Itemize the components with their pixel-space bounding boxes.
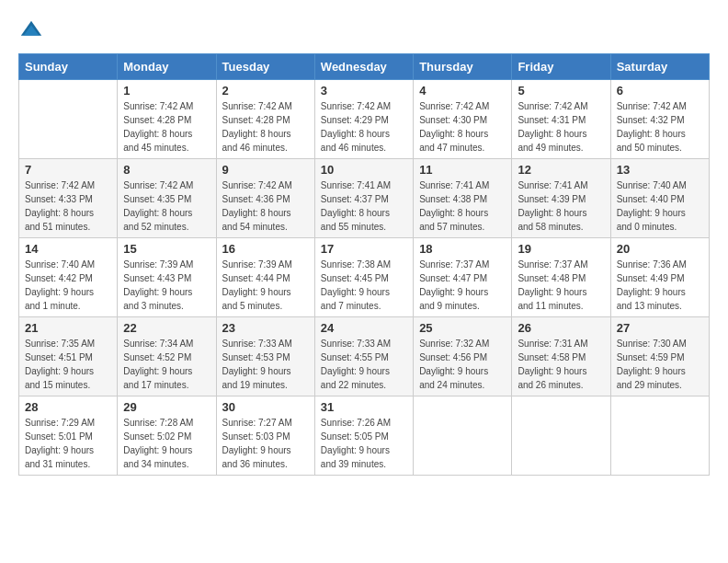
calendar-cell: 9Sunrise: 7:42 AMSunset: 4:36 PMDaylight… xyxy=(216,159,314,238)
day-number: 8 xyxy=(123,163,210,177)
day-info: Sunrise: 7:41 AMSunset: 4:38 PMDaylight:… xyxy=(419,178,506,234)
day-info: Sunrise: 7:42 AMSunset: 4:32 PMDaylight:… xyxy=(617,99,703,155)
day-info: Sunrise: 7:42 AMSunset: 4:33 PMDaylight:… xyxy=(25,178,111,234)
day-info: Sunrise: 7:40 AMSunset: 4:40 PMDaylight:… xyxy=(617,178,703,234)
day-info: Sunrise: 7:33 AMSunset: 4:53 PMDaylight:… xyxy=(222,337,309,392)
day-number: 11 xyxy=(419,163,506,177)
day-info: Sunrise: 7:35 AMSunset: 4:51 PMDaylight:… xyxy=(25,337,111,392)
calendar-cell: 18Sunrise: 7:37 AMSunset: 4:47 PMDayligh… xyxy=(414,238,512,317)
day-info: Sunrise: 7:42 AMSunset: 4:29 PMDaylight:… xyxy=(321,99,407,155)
calendar-cell: 6Sunrise: 7:42 AMSunset: 4:32 PMDaylight… xyxy=(610,80,709,159)
weekday-header-saturday: Saturday xyxy=(610,54,709,80)
day-info: Sunrise: 7:39 AMSunset: 4:44 PMDaylight:… xyxy=(222,258,309,313)
calendar-cell: 26Sunrise: 7:31 AMSunset: 4:58 PMDayligh… xyxy=(512,317,610,396)
calendar-cell: 13Sunrise: 7:40 AMSunset: 4:40 PMDayligh… xyxy=(610,159,709,238)
logo-icon xyxy=(18,18,44,44)
calendar-cell: 25Sunrise: 7:32 AMSunset: 4:56 PMDayligh… xyxy=(414,317,512,396)
calendar-cell: 12Sunrise: 7:41 AMSunset: 4:39 PMDayligh… xyxy=(512,159,610,238)
calendar-cell: 5Sunrise: 7:42 AMSunset: 4:31 PMDaylight… xyxy=(512,80,610,159)
day-number: 20 xyxy=(617,242,703,256)
day-info: Sunrise: 7:27 AMSunset: 5:03 PMDaylight:… xyxy=(222,416,309,471)
day-number: 30 xyxy=(222,400,309,414)
weekday-header-row: SundayMondayTuesdayWednesdayThursdayFrid… xyxy=(19,54,710,80)
day-info: Sunrise: 7:42 AMSunset: 4:28 PMDaylight:… xyxy=(222,99,309,155)
calendar-cell: 1Sunrise: 7:42 AMSunset: 4:28 PMDaylight… xyxy=(118,80,216,159)
calendar-week-row: 21Sunrise: 7:35 AMSunset: 4:51 PMDayligh… xyxy=(19,317,710,396)
day-info: Sunrise: 7:33 AMSunset: 4:55 PMDaylight:… xyxy=(321,337,407,392)
weekday-header-wednesday: Wednesday xyxy=(314,54,413,80)
calendar-cell xyxy=(414,396,512,476)
day-info: Sunrise: 7:42 AMSunset: 4:31 PMDaylight:… xyxy=(518,99,604,155)
day-number: 17 xyxy=(321,242,407,256)
calendar-cell: 21Sunrise: 7:35 AMSunset: 4:51 PMDayligh… xyxy=(19,317,118,396)
calendar-cell: 16Sunrise: 7:39 AMSunset: 4:44 PMDayligh… xyxy=(216,238,314,317)
calendar-cell: 4Sunrise: 7:42 AMSunset: 4:30 PMDaylight… xyxy=(414,80,512,159)
day-number: 4 xyxy=(419,84,506,98)
day-number: 27 xyxy=(617,321,703,335)
day-info: Sunrise: 7:30 AMSunset: 4:59 PMDaylight:… xyxy=(617,337,703,392)
day-info: Sunrise: 7:42 AMSunset: 4:35 PMDaylight:… xyxy=(123,178,210,234)
calendar-cell: 30Sunrise: 7:27 AMSunset: 5:03 PMDayligh… xyxy=(216,396,314,476)
day-number: 22 xyxy=(123,321,210,335)
calendar-week-row: 1Sunrise: 7:42 AMSunset: 4:28 PMDaylight… xyxy=(19,80,710,159)
day-info: Sunrise: 7:41 AMSunset: 4:37 PMDaylight:… xyxy=(321,178,407,234)
day-number: 23 xyxy=(222,321,309,335)
day-info: Sunrise: 7:41 AMSunset: 4:39 PMDaylight:… xyxy=(518,178,604,234)
day-info: Sunrise: 7:29 AMSunset: 5:01 PMDaylight:… xyxy=(25,416,111,471)
day-info: Sunrise: 7:37 AMSunset: 4:47 PMDaylight:… xyxy=(419,258,506,313)
weekday-header-monday: Monday xyxy=(118,54,216,80)
day-number: 28 xyxy=(25,400,111,414)
day-info: Sunrise: 7:28 AMSunset: 5:02 PMDaylight:… xyxy=(123,416,210,471)
page-header xyxy=(18,18,710,44)
day-info: Sunrise: 7:34 AMSunset: 4:52 PMDaylight:… xyxy=(123,337,210,392)
calendar-cell: 15Sunrise: 7:39 AMSunset: 4:43 PMDayligh… xyxy=(118,238,216,317)
day-number: 12 xyxy=(518,163,604,177)
day-info: Sunrise: 7:38 AMSunset: 4:45 PMDaylight:… xyxy=(321,258,407,313)
day-number: 14 xyxy=(25,242,111,256)
calendar-week-row: 14Sunrise: 7:40 AMSunset: 4:42 PMDayligh… xyxy=(19,238,710,317)
calendar-cell: 29Sunrise: 7:28 AMSunset: 5:02 PMDayligh… xyxy=(118,396,216,476)
day-number: 3 xyxy=(321,84,407,98)
calendar-cell xyxy=(610,396,709,476)
day-number: 25 xyxy=(419,321,506,335)
calendar-cell: 24Sunrise: 7:33 AMSunset: 4:55 PMDayligh… xyxy=(314,317,413,396)
day-number: 9 xyxy=(222,163,309,177)
calendar-cell: 10Sunrise: 7:41 AMSunset: 4:37 PMDayligh… xyxy=(314,159,413,238)
calendar-cell: 27Sunrise: 7:30 AMSunset: 4:59 PMDayligh… xyxy=(610,317,709,396)
calendar-cell: 31Sunrise: 7:26 AMSunset: 5:05 PMDayligh… xyxy=(314,396,413,476)
day-info: Sunrise: 7:42 AMSunset: 4:28 PMDaylight:… xyxy=(123,99,210,155)
day-number: 19 xyxy=(518,242,604,256)
day-number: 29 xyxy=(123,400,210,414)
day-number: 15 xyxy=(123,242,210,256)
calendar-cell: 14Sunrise: 7:40 AMSunset: 4:42 PMDayligh… xyxy=(19,238,118,317)
day-info: Sunrise: 7:42 AMSunset: 4:30 PMDaylight:… xyxy=(419,99,506,155)
weekday-header-thursday: Thursday xyxy=(414,54,512,80)
day-number: 6 xyxy=(617,84,703,98)
day-number: 16 xyxy=(222,242,309,256)
calendar-cell xyxy=(19,80,118,159)
day-info: Sunrise: 7:39 AMSunset: 4:43 PMDaylight:… xyxy=(123,258,210,313)
day-number: 26 xyxy=(518,321,604,335)
weekday-header-friday: Friday xyxy=(512,54,610,80)
calendar-cell: 19Sunrise: 7:37 AMSunset: 4:48 PMDayligh… xyxy=(512,238,610,317)
calendar-table: SundayMondayTuesdayWednesdayThursdayFrid… xyxy=(18,53,710,476)
day-info: Sunrise: 7:36 AMSunset: 4:49 PMDaylight:… xyxy=(617,258,703,313)
day-info: Sunrise: 7:37 AMSunset: 4:48 PMDaylight:… xyxy=(518,258,604,313)
logo xyxy=(18,18,46,44)
day-number: 10 xyxy=(321,163,407,177)
calendar-cell: 22Sunrise: 7:34 AMSunset: 4:52 PMDayligh… xyxy=(118,317,216,396)
day-number: 1 xyxy=(123,84,210,98)
calendar-cell: 8Sunrise: 7:42 AMSunset: 4:35 PMDaylight… xyxy=(118,159,216,238)
calendar-cell: 23Sunrise: 7:33 AMSunset: 4:53 PMDayligh… xyxy=(216,317,314,396)
day-number: 2 xyxy=(222,84,309,98)
day-number: 18 xyxy=(419,242,506,256)
calendar-cell xyxy=(512,396,610,476)
calendar-week-row: 7Sunrise: 7:42 AMSunset: 4:33 PMDaylight… xyxy=(19,159,710,238)
day-info: Sunrise: 7:42 AMSunset: 4:36 PMDaylight:… xyxy=(222,178,309,234)
day-info: Sunrise: 7:26 AMSunset: 5:05 PMDaylight:… xyxy=(321,416,407,471)
day-info: Sunrise: 7:32 AMSunset: 4:56 PMDaylight:… xyxy=(419,337,506,392)
calendar-cell: 2Sunrise: 7:42 AMSunset: 4:28 PMDaylight… xyxy=(216,80,314,159)
day-info: Sunrise: 7:40 AMSunset: 4:42 PMDaylight:… xyxy=(25,258,111,313)
calendar-week-row: 28Sunrise: 7:29 AMSunset: 5:01 PMDayligh… xyxy=(19,396,710,476)
calendar-cell: 17Sunrise: 7:38 AMSunset: 4:45 PMDayligh… xyxy=(314,238,413,317)
